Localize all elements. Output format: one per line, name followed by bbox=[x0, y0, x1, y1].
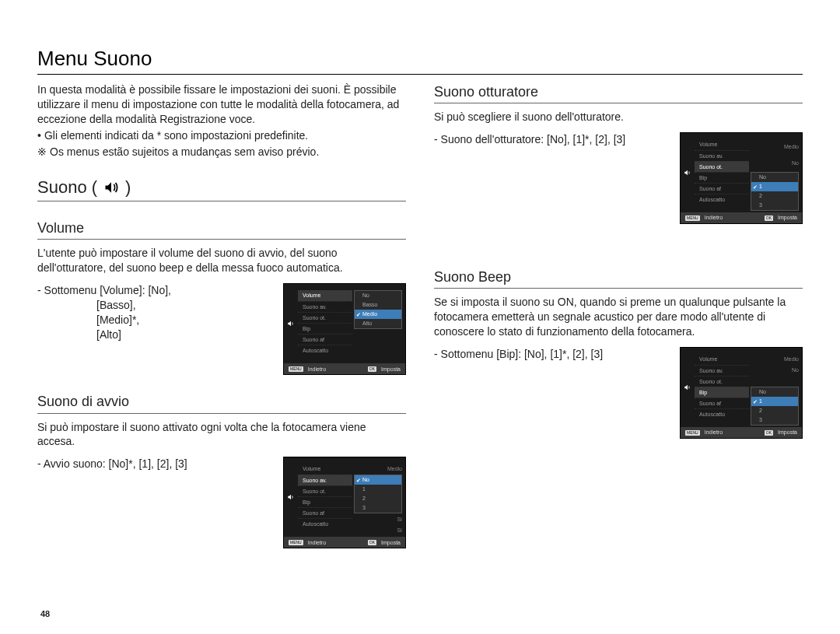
lcd-row-suono-av: Suono av. bbox=[695, 365, 749, 376]
ott-heading: Suono otturatore bbox=[434, 82, 803, 103]
lcd-menu-btn: MENU bbox=[685, 430, 700, 436]
lcd-row-suono-ot: Suono ot. bbox=[695, 376, 749, 387]
volume-opt-medio: [Medio]*, bbox=[37, 313, 272, 328]
lcd-opt-3: 3 bbox=[355, 503, 401, 513]
lcd-imposta: Imposta bbox=[381, 539, 401, 546]
reference-mark: ※ bbox=[37, 145, 47, 159]
lcd-opt-no: No bbox=[355, 291, 401, 300]
change-note: Os menus estão sujeitos a mudanças sem a… bbox=[50, 145, 406, 159]
lcd-opt-no: ✔No bbox=[355, 475, 401, 485]
lcd-row-suono-af: Suono af bbox=[695, 398, 749, 408]
lcd-menu-btn: MENU bbox=[289, 540, 303, 545]
lcd-value-si2: Sì bbox=[354, 525, 402, 535]
lcd-row-suono-ot: Suono ot. bbox=[695, 161, 749, 172]
lcd-menu-btn: MENU bbox=[289, 366, 303, 372]
lcd-opt-2: 2 bbox=[751, 191, 798, 201]
bullet-dot: • bbox=[37, 128, 41, 143]
lcd-ok-btn: OK bbox=[765, 430, 773, 436]
sound-heading: Suono ( ) bbox=[37, 176, 406, 201]
lcd-opt-alto: Alto bbox=[355, 319, 401, 328]
lcd-value-si: Sì bbox=[354, 514, 402, 524]
lcd-row-suono-ot: Suono ot. bbox=[298, 485, 352, 496]
lcd-row-volume: Volume bbox=[298, 464, 352, 475]
right-column: Suono otturatore Si può scegliere il suo… bbox=[434, 82, 803, 553]
lcd-beep: Volume Suono av. Suono ot. Bip Suono af … bbox=[680, 347, 803, 439]
lcd-opt-1: ✔1 bbox=[751, 182, 798, 191]
lcd-indietro: Indietro bbox=[705, 429, 723, 436]
lcd-row-suono-af: Suono af bbox=[695, 183, 749, 194]
lcd-opt-basso: Basso bbox=[355, 300, 401, 310]
lcd-avvio: Volume Suono av. Suono ot. Bip Suono af … bbox=[283, 457, 406, 548]
lcd-row-autoscatto: Autoscatto bbox=[695, 194, 749, 205]
lcd-menu-btn: MENU bbox=[685, 215, 700, 221]
avvio-heading: Suono di avvio bbox=[37, 392, 406, 413]
sound-heading-text-close: ) bbox=[125, 176, 131, 199]
beep-sub-label: - Sottomenu [Bip]: [No], [1]*, [2], [3] bbox=[434, 347, 669, 362]
speaker-mini-icon bbox=[287, 320, 295, 328]
lcd-opt-2: 2 bbox=[751, 406, 798, 415]
speaker-mini-icon bbox=[684, 169, 691, 177]
speaker-icon bbox=[103, 180, 119, 195]
page-title: Menu Suono bbox=[37, 47, 803, 75]
volume-opt-basso: [Basso], bbox=[37, 298, 272, 313]
lcd-opt-no: No bbox=[751, 387, 798, 397]
sound-heading-text-open: Suono ( bbox=[37, 176, 97, 199]
lcd-opt-1: ✔1 bbox=[751, 397, 798, 406]
lcd-row-bip: Bip bbox=[695, 387, 749, 398]
lcd-otturatore: Volume Suono av. Suono ot. Bip Suono af … bbox=[680, 132, 803, 224]
speaker-mini-icon bbox=[287, 493, 295, 501]
left-column: In questa modalità è possibile fissare l… bbox=[37, 82, 406, 553]
volume-heading: Volume bbox=[37, 219, 406, 240]
lcd-opt-no: No bbox=[751, 173, 798, 182]
default-note: Gli elementi indicati da * sono impostaz… bbox=[44, 128, 406, 143]
lcd-opt-1: 1 bbox=[355, 485, 401, 494]
lcd-row-suono-av: Suono av. bbox=[298, 301, 352, 312]
volume-sub-label: - Sottomenu [Volume]: [No], bbox=[37, 283, 272, 298]
ott-desc: Si può scegliere il suono dell'otturator… bbox=[434, 110, 803, 124]
lcd-row-suono-av: Suono av. bbox=[298, 475, 352, 485]
lcd-opt-3: 3 bbox=[751, 415, 798, 425]
avvio-desc: Si può impostare il suono attivato ogni … bbox=[37, 420, 406, 450]
page-number: 48 bbox=[40, 609, 50, 618]
lcd-ok-btn: OK bbox=[765, 215, 773, 221]
lcd-indietro: Indietro bbox=[705, 214, 723, 221]
beep-heading: Suono Beep bbox=[434, 268, 803, 289]
lcd-ok-btn: OK bbox=[368, 366, 376, 372]
lcd-ok-btn: OK bbox=[368, 540, 376, 545]
ott-sub-label: - Suono dell'otturatore: [No], [1]*, [2]… bbox=[434, 132, 669, 147]
intro-paragraph: In questa modalità è possibile fissare l… bbox=[37, 82, 406, 127]
lcd-opt-2: 2 bbox=[355, 494, 401, 503]
beep-desc: Se si imposta il suono su ON, quando si … bbox=[434, 295, 803, 339]
lcd-row-bip: Bip bbox=[695, 172, 749, 183]
lcd-value-medio: Medio bbox=[354, 464, 402, 474]
lcd-row-suono-ot: Suono ot. bbox=[298, 312, 352, 323]
lcd-row-autoscatto: Autoscatto bbox=[298, 518, 352, 529]
lcd-indietro: Indietro bbox=[308, 539, 326, 546]
lcd-row-volume: Volume bbox=[695, 354, 749, 365]
lcd-value-medio: Medio bbox=[751, 139, 799, 155]
lcd-imposta: Imposta bbox=[778, 429, 797, 436]
lcd-row-volume: Volume bbox=[695, 139, 749, 150]
lcd-row-autoscatto: Autoscatto bbox=[298, 345, 352, 356]
lcd-opt-medio: ✔Medio bbox=[355, 310, 401, 319]
speaker-mini-icon bbox=[684, 384, 691, 391]
lcd-row-suono-af: Suono af bbox=[298, 507, 352, 518]
lcd-row-suono-av: Suono av. bbox=[695, 150, 749, 161]
lcd-opt-3: 3 bbox=[751, 201, 798, 210]
lcd-row-autoscatto: Autoscatto bbox=[695, 408, 749, 419]
lcd-row-volume: Volume bbox=[298, 290, 352, 301]
lcd-indietro: Indietro bbox=[308, 366, 326, 373]
lcd-imposta: Imposta bbox=[381, 366, 401, 373]
lcd-row-bip: Bip bbox=[298, 496, 352, 507]
lcd-row-suono-af: Suono af bbox=[298, 334, 352, 345]
volume-desc: L'utente può impostare il volume del suo… bbox=[37, 246, 406, 275]
lcd-volume: Volume Suono av. Suono ot. Bip Suono af … bbox=[283, 283, 406, 375]
lcd-value-medio: Medio bbox=[751, 354, 799, 364]
avvio-sub-label: - Avvio suono: [No]*, [1], [2], [3] bbox=[37, 457, 272, 471]
lcd-value-no: No bbox=[751, 156, 799, 171]
lcd-imposta: Imposta bbox=[778, 214, 797, 221]
lcd-value-no: No bbox=[751, 365, 799, 375]
lcd-row-bip: Bip bbox=[298, 323, 352, 334]
volume-opt-alto: [Alto] bbox=[37, 328, 272, 342]
